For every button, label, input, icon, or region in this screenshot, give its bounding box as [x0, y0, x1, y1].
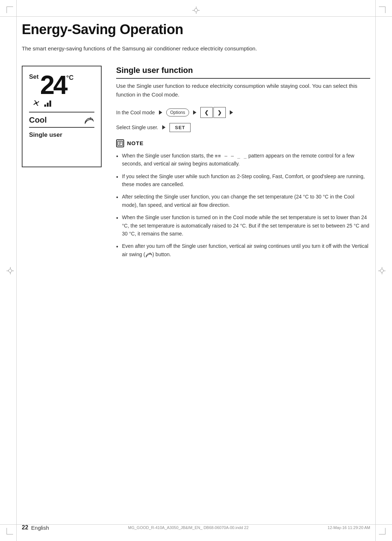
- svg-point-0: [35, 102, 37, 104]
- crosshair-circle-top: [194, 8, 198, 12]
- two-col-layout: Set 24 °C: [22, 66, 370, 263]
- signal-bar-2: [47, 103, 49, 107]
- instruction-label-2: Select Single user.: [116, 124, 158, 130]
- corner-mark-tr: [379, 7, 385, 13]
- intro-text: The smart energy-saving functions of the…: [22, 45, 276, 53]
- page-container: Energy-Saving Operation The smart energy…: [0, 0, 392, 541]
- nav-buttons: ❮ ❯: [200, 107, 226, 118]
- single-user-label: Single user: [29, 131, 62, 138]
- page-lang: English: [31, 525, 49, 531]
- cool-row: Cool: [29, 115, 94, 125]
- options-button: Options: [166, 108, 189, 116]
- note-item-1: When the Single user function starts, th…: [116, 152, 370, 168]
- crosshair-left: [7, 267, 14, 274]
- instruction-label-1: In the Cool mode: [116, 110, 155, 115]
- crosshair-top: [192, 7, 200, 14]
- display-divider-2: [29, 127, 94, 128]
- note-list: When the Single user function starts, th…: [116, 152, 370, 259]
- note-title: NOTE: [127, 140, 144, 146]
- signal-bars: [44, 99, 51, 107]
- instruction-row-1: In the Cool mode Options ❮ ❯: [116, 107, 370, 118]
- footer-file: MG_GOOD_R-410A_A3050_JB&IM_EN_ DB68-0607…: [128, 525, 249, 530]
- note-icon: [116, 139, 124, 147]
- footer-date: 12-May-16 11:29:20 AM: [328, 525, 370, 530]
- set-label: Set: [29, 72, 38, 81]
- note-section: NOTE When the Single user function start…: [116, 139, 370, 259]
- fan-icon: [30, 97, 42, 109]
- instruction-row-2: Select Single user. SET: [116, 123, 370, 132]
- nav-btn-left[interactable]: ❮: [200, 107, 213, 118]
- arrow-right-1: [159, 110, 162, 115]
- corner-mark-bl: [7, 528, 13, 534]
- temp-degree-group: 24 °C: [40, 72, 73, 98]
- note-item-5: Even after you turn off the Single user …: [116, 242, 370, 258]
- note-header: NOTE: [116, 139, 370, 147]
- right-content: Single user function Use the Single user…: [116, 66, 370, 263]
- note-item-4: When the Single user function is turned …: [116, 213, 370, 238]
- degree-c: °C: [66, 72, 74, 82]
- note-item-3: After selecting the Single user function…: [116, 193, 370, 209]
- nav-btn-right[interactable]: ❯: [213, 107, 226, 118]
- arrow-right-3: [230, 110, 233, 115]
- page-number: 22: [22, 524, 28, 531]
- crosshair-circle-right: [380, 269, 384, 272]
- display-set-line: Set 24 °C: [29, 72, 94, 98]
- arrow-right-2: [193, 110, 196, 115]
- page-footer: 22 English MG_GOOD_R-410A_A3050_JB&IM_EN…: [22, 524, 370, 531]
- note-document-icon: [117, 141, 123, 146]
- main-content: Energy-Saving Operation The smart energy…: [22, 22, 370, 519]
- pattern-display: ≡≡ ‒ ‒ _ _: [215, 153, 247, 159]
- swing-icon: [83, 116, 94, 124]
- trim-line-top: [0, 16, 392, 17]
- display-divider-1: [29, 112, 94, 112]
- page-number-area: 22 English: [22, 524, 49, 531]
- display-box: Set 24 °C: [22, 66, 102, 167]
- section-desc: Use the Single user function to reduce e…: [116, 82, 370, 99]
- signal-bar-1: [44, 104, 46, 107]
- page-title: Energy-Saving Operation: [22, 22, 370, 37]
- corner-mark-tl: [7, 7, 13, 13]
- note-item-2: If you select the Single user while such…: [116, 172, 370, 189]
- set-button[interactable]: SET: [170, 123, 191, 132]
- crosshair-circle-left: [8, 269, 12, 272]
- trim-line-left: [16, 0, 17, 541]
- temp-number: 24: [40, 72, 66, 98]
- signal-bar-3: [49, 101, 51, 107]
- section-title: Single user function: [116, 66, 370, 79]
- trim-line-right: [375, 0, 376, 541]
- corner-mark-br: [379, 528, 385, 534]
- arrow-right-4: [162, 125, 166, 130]
- crosshair-right: [378, 267, 385, 274]
- cool-label: Cool: [29, 115, 47, 125]
- swing-inline-icon: [145, 252, 152, 258]
